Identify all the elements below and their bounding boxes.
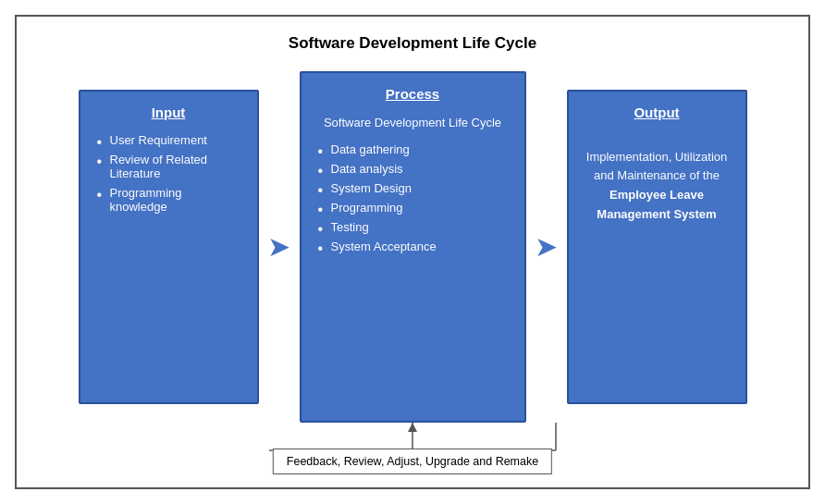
arrow-1: ➤ (259, 233, 300, 261)
feedback-lines-wrapper: Feedback, Review, Adjust, Upgrade and Re… (89, 423, 736, 471)
arrow-right-icon: ➤ (535, 233, 558, 261)
input-box: Input User Requirement Review of Related… (79, 90, 259, 404)
outer-border: Software Development Life Cycle Input Us… (15, 15, 810, 488)
input-header: Input (95, 104, 242, 120)
output-text-normal: Implementation, Utilization and Maintena… (586, 150, 727, 183)
page-title: Software Development Life Cycle (33, 33, 792, 54)
process-subtitle: Software Development Life Cycle (316, 115, 510, 131)
output-text-bold: Employee Leave Management System (597, 188, 716, 221)
boxes-row: Input User Requirement Review of Related… (33, 71, 792, 423)
list-item: User Requirement (95, 133, 242, 147)
output-text: Implementation, Utilization and Maintena… (584, 148, 731, 225)
list-item: Programming (316, 201, 510, 215)
diagram-area: Input User Requirement Review of Related… (33, 71, 792, 471)
output-box: Output Implementation, Utilization and M… (567, 90, 747, 404)
feedback-box-wrapper: Feedback, Review, Adjust, Upgrade and Re… (273, 449, 552, 474)
list-item: Data analysis (316, 162, 510, 176)
list-item: System Acceptance (316, 240, 510, 253)
list-item: Testing (316, 220, 510, 234)
list-item: Review of Related Literature (95, 153, 242, 180)
feedback-box: Feedback, Review, Adjust, Upgrade and Re… (273, 449, 552, 474)
input-list: User Requirement Review of Related Liter… (95, 133, 242, 214)
list-item: Programming knowledge (95, 186, 242, 214)
process-box: Process Software Development Life Cycle … (300, 71, 526, 423)
arrow-2: ➤ (526, 233, 567, 261)
output-header: Output (584, 104, 731, 120)
process-header: Process (316, 86, 510, 102)
list-item: System Design (316, 181, 510, 195)
list-item: Data gathering (316, 142, 510, 156)
process-list: Data gathering Data analysis System Desi… (316, 142, 510, 253)
svg-marker-3 (408, 423, 417, 432)
arrow-right-icon: ➤ (267, 233, 290, 261)
feedback-container: Feedback, Review, Adjust, Upgrade and Re… (33, 423, 792, 471)
